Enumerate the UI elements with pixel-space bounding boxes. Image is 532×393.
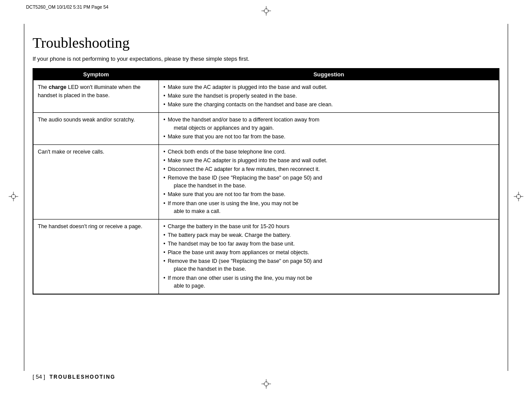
list-item: Make sure that you are not too far from … (163, 190, 494, 198)
list-item: The handset may be too far away from the… (163, 240, 494, 248)
left-margin-line (24, 24, 24, 371)
list-item: If more than one other user is using the… (163, 274, 494, 290)
list-item: The battery pack may be weak. Charge the… (163, 231, 494, 239)
suggestion-list-2: Move the handset and/or base to a differ… (163, 116, 494, 140)
list-item: Disconnect the AC adapter for a few minu… (163, 165, 494, 173)
header-left-text: DCT5260_OM 10/1/02 5:31 PM Page 54 (26, 4, 109, 10)
right-margin-line (508, 24, 508, 371)
top-header: DCT5260_OM 10/1/02 5:31 PM Page 54 (26, 4, 506, 10)
table-row: Can't make or receive calls. Check both … (33, 144, 499, 219)
main-content: Troubleshooting If your phone is not per… (33, 35, 499, 295)
col-header-symptom: Symptom (33, 69, 159, 80)
list-item: Check both ends of the base telephone li… (163, 148, 494, 156)
list-item: Make sure the charging contacts on the h… (163, 101, 494, 108)
crosshair-right-icon (514, 192, 523, 201)
intro-text: If your phone is not performing to your … (33, 56, 499, 62)
list-item: Make sure that you are not too far from … (163, 133, 494, 141)
list-item: Make sure the AC adapter is plugged into… (163, 83, 494, 91)
table-header-row: Symptom Suggestion (33, 69, 499, 80)
list-item: Remove the base ID (see "Replacing the b… (163, 174, 494, 190)
suggestion-cell-4: Charge the battery in the base unit for … (159, 219, 499, 294)
crosshair-left-icon (9, 192, 18, 201)
crosshair-bottom-icon (261, 379, 271, 389)
list-item: Make sure the AC adapter is plugged into… (163, 157, 494, 164)
symptom-cell-4: The handset doesn't ring or receive a pa… (33, 219, 159, 294)
crosshair-top-icon (261, 6, 271, 16)
table-row: The audio sounds weak and/or scratchy. M… (33, 113, 499, 144)
table-row: The charge LED won't illuminate when the… (33, 80, 499, 113)
list-item: Move the handset and/or base to a differ… (163, 116, 494, 131)
table-row: The handset doesn't ring or receive a pa… (33, 219, 499, 294)
symptom-cell-2: The audio sounds weak and/or scratchy. (33, 113, 159, 144)
footer-text: TROUBLESHOOTING (50, 374, 116, 380)
symptom-text: The handset doesn't ring or receive a pa… (38, 223, 142, 229)
suggestion-cell-1: Make sure the AC adapter is plugged into… (159, 80, 499, 113)
list-item: Place the base unit away from appliances… (163, 249, 494, 256)
list-item: Charge the battery in the base unit for … (163, 223, 494, 230)
symptom-text-bold: charge (49, 84, 66, 90)
symptom-text: Can't make or receive calls. (38, 149, 104, 155)
suggestion-cell-2: Move the handset and/or base to a differ… (159, 113, 499, 144)
list-item: Remove the base ID (see "Replacing the b… (163, 257, 494, 273)
suggestion-list-3: Check both ends of the base telephone li… (163, 148, 494, 215)
list-item: Make sure the handset is properly seated… (163, 92, 494, 100)
footer-bracket: [ 54 ] (33, 373, 45, 380)
symptom-text-prefix: The (38, 84, 49, 90)
symptom-cell-3: Can't make or receive calls. (33, 144, 159, 219)
suggestion-list-1: Make sure the AC adapter is plugged into… (163, 83, 494, 108)
suggestion-cell-3: Check both ends of the base telephone li… (159, 144, 499, 219)
symptom-cell-1: The charge LED won't illuminate when the… (33, 80, 159, 113)
page-container: DCT5260_OM 10/1/02 5:31 PM Page 54 Troub… (0, 0, 532, 393)
symptom-text: The audio sounds weak and/or scratchy. (38, 117, 135, 123)
page-title: Troubleshooting (33, 35, 499, 51)
suggestion-list-4: Charge the battery in the base unit for … (163, 223, 494, 290)
list-item: If more than one user is using the line,… (163, 200, 494, 215)
troubleshoot-table: Symptom Suggestion The charge LED won't … (33, 68, 499, 295)
col-header-suggestion: Suggestion (159, 69, 499, 80)
